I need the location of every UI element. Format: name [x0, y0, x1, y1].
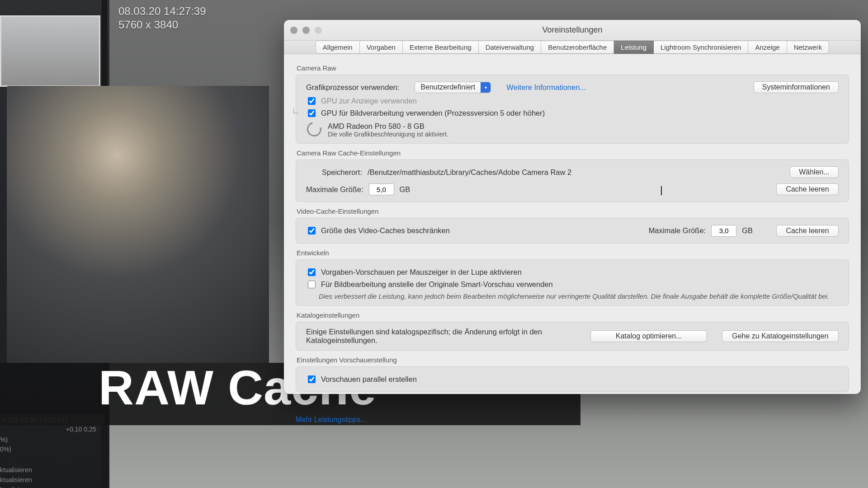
smart-preview-note: Dies verbessert die Leistung, kann jedoc… — [319, 292, 839, 300]
tab-anzeige[interactable]: Anzeige — [748, 41, 787, 54]
parallel-previews-label: Vorschauen parallel erstellen — [321, 375, 417, 384]
parallel-previews-checkbox-input[interactable] — [308, 375, 316, 383]
tab-sync[interactable]: Lightroom Synchronisieren — [654, 41, 748, 54]
history-pct-2: 0%) — [0, 446, 11, 453]
tab-oberflaeche[interactable]: Benutzeroberfläche — [541, 41, 614, 54]
video-cache-max-unit: GB — [742, 226, 753, 235]
tree-connector-icon — [293, 108, 298, 113]
sync-line-2: ktualisieren — [0, 476, 32, 483]
section-video-cache-title: Video-Cache-Einstellungen — [297, 207, 849, 215]
clear-raw-cache-button[interactable]: Cache leeren — [776, 183, 839, 195]
tab-vorgaben[interactable]: Vorgaben — [360, 41, 403, 54]
section-raw-cache-title: Camera Raw Cache-Einstellungen — [297, 149, 849, 157]
gpu-processing-checkbox-input[interactable] — [308, 109, 316, 117]
section-camera-raw: Grafikprozessor verwenden: Benutzerdefin… — [296, 75, 849, 144]
photo-resolution: 5760 x 3840 — [118, 19, 178, 31]
preferences-window: Voreinstellungen Allgemein Vorgaben Exte… — [284, 20, 861, 394]
hover-preview-checkbox[interactable]: Vorgaben-Vorschauen per Mauszeiger in de… — [306, 267, 839, 277]
clear-video-cache-button[interactable]: Cache leeren — [776, 225, 839, 237]
gpu-more-info-link[interactable]: Weitere Informationen... — [506, 83, 586, 92]
section-video-cache: Größe des Video-Caches beschränken Maxim… — [296, 218, 849, 244]
gpu-processing-checkbox[interactable]: GPU für Bildverarbeitung verwenden (Proz… — [306, 108, 839, 118]
smart-preview-checkbox[interactable]: Für Bildbearbeitung anstelle der Origina… — [306, 279, 839, 290]
choose-location-button[interactable]: Wählen... — [790, 166, 839, 178]
smart-preview-label: Für Bildbearbeitung anstelle der Origina… — [321, 280, 553, 289]
tab-allgemein[interactable]: Allgemein — [316, 41, 360, 54]
cache-max-input[interactable] — [369, 183, 394, 195]
gpu-use-label: Grafikprozessor verwenden: — [306, 83, 399, 92]
presenter-video-overlay — [7, 86, 269, 363]
photo-timestamp: 08.03.20 14:27:39 — [118, 5, 206, 17]
window-titlebar[interactable]: Voreinstellungen — [284, 20, 861, 41]
cache-location-label: Speicherort: — [306, 168, 362, 177]
gpu-display-checkbox[interactable]: GPU zur Anzeige verwenden — [306, 96, 839, 106]
section-catalog: Einige Einstellungen sind katalogspezifi… — [296, 322, 849, 351]
video-cache-limit-checkbox[interactable]: Größe des Video-Caches beschränken — [306, 225, 450, 236]
history-pct-1: %) — [0, 436, 8, 443]
video-cache-max-label: Maximale Größe: — [649, 226, 706, 235]
gpu-name: AMD Radeon Pro 580 - 8 GB — [328, 122, 448, 131]
gauge-icon — [304, 119, 324, 139]
gpu-use-select[interactable]: Benutzerdefiniert ▾ — [415, 82, 491, 93]
gpu-status: Die volle Grafikbeschleunigung ist aktiv… — [328, 131, 448, 138]
tab-externe[interactable]: Externe Bearbeitung — [403, 41, 479, 54]
optimize-catalog-button[interactable]: Katalog optimieren... — [590, 330, 707, 342]
catalog-note: Einige Einstellungen sind katalogspezifi… — [306, 328, 580, 345]
history-row-vals: +0,10 0,25 — [0, 426, 96, 433]
section-develop: Vorgaben-Vorschauen per Mauszeiger in de… — [296, 259, 849, 306]
window-title: Voreinstellungen — [284, 25, 861, 35]
section-catalog-title: Katalogeinstellungen — [297, 311, 849, 319]
gpu-use-select-value: Benutzerdefiniert — [415, 83, 481, 91]
photo-info: 08.03.20 14:27:39 5760 x 3840 — [118, 5, 206, 32]
gpu-processing-label: GPU für Bildverarbeitung verwenden (Proz… — [321, 109, 545, 117]
system-info-button[interactable]: Systeminformationen — [754, 81, 839, 93]
video-cache-max-input[interactable] — [711, 225, 736, 237]
section-previews-title: Einstellungen Vorschauerstellung — [297, 356, 849, 364]
cache-location-value: /Benutzer/matthiasbutz/Library/Caches/Ad… — [368, 168, 571, 177]
sync-line-1: ktualisieren — [0, 466, 32, 474]
section-develop-title: Entwickeln — [297, 249, 849, 257]
tab-leistung[interactable]: Leistung — [614, 41, 654, 54]
smart-preview-checkbox-input[interactable] — [308, 281, 316, 288]
tab-dateiverw[interactable]: Dateiverwaltung — [479, 41, 542, 54]
cache-max-unit: GB — [400, 185, 410, 194]
photo-thumbnail[interactable] — [0, 15, 100, 87]
goto-catalog-settings-button[interactable]: Gehe zu Katalogeinstellungen — [722, 330, 839, 342]
section-raw-cache: Speicherort: /Benutzer/matthiasbutz/Libr… — [296, 160, 849, 202]
preferences-tabbar: Allgemein Vorgaben Externe Bearbeitung D… — [284, 41, 861, 54]
tab-netzwerk[interactable]: Netzwerk — [787, 41, 830, 54]
hover-preview-checkbox-input[interactable] — [308, 268, 316, 276]
hover-preview-label: Vorgaben-Vorschauen per Mauszeiger in de… — [321, 268, 522, 277]
sync-line-3: ktualisieren — [0, 486, 32, 488]
cache-max-label: Maximale Größe: — [306, 185, 363, 194]
video-cache-limit-checkbox-input[interactable] — [308, 227, 316, 235]
section-previews: Vorschauen parallel erstellen — [296, 366, 849, 392]
video-cache-limit-label: Größe des Video-Caches beschränken — [321, 226, 450, 235]
section-camera-raw-title: Camera Raw — [297, 64, 849, 72]
more-tips-link[interactable]: Mehr Leistungstipps... — [296, 416, 849, 424]
chevron-updown-icon: ▾ — [481, 82, 491, 93]
gpu-display-checkbox-input[interactable] — [308, 97, 316, 105]
parallel-previews-checkbox[interactable]: Vorschauen parallel erstellen — [306, 374, 839, 385]
gpu-display-label: GPU zur Anzeige verwenden — [321, 97, 417, 105]
text-cursor-icon — [661, 186, 662, 195]
